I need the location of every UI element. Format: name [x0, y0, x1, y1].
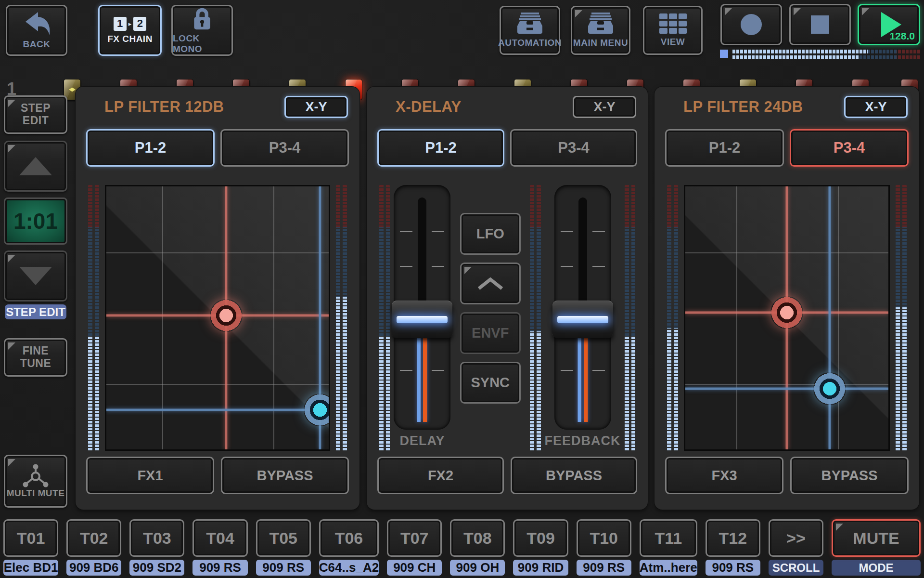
track-cell-10: T10 909 RS	[577, 519, 631, 576]
fx3-select-button[interactable]: FX3	[665, 457, 783, 494]
envf-button[interactable]: ENVF	[460, 312, 521, 354]
fx1-title: LP FILTER 12DB	[104, 98, 224, 116]
fx2-title: X-DELAY	[396, 98, 462, 116]
track-cell-9: T09 909 RID	[513, 519, 568, 576]
track-05-button[interactable]: T05	[256, 519, 311, 557]
down-arrow-icon	[19, 267, 52, 285]
fx-chain-icon: 1 ▸ 2	[114, 17, 147, 31]
feedback-slider-column: FEEDBACK	[545, 185, 621, 451]
fx2-p34-button[interactable]: P3-4	[510, 129, 637, 167]
fx2-xy-button[interactable]: X-Y	[573, 96, 636, 118]
feedback-slider-handle[interactable]	[552, 301, 613, 338]
track-12-button[interactable]: T12	[706, 519, 760, 557]
track-scroll-button[interactable]: >>	[769, 519, 823, 557]
lfo-shape-button[interactable]	[460, 263, 521, 304]
track-05-name: 909 RS	[256, 560, 311, 576]
fx3-p12-button[interactable]: P1-2	[665, 129, 784, 167]
fx2-meter-2	[530, 185, 540, 451]
pattern-up-button[interactable]	[4, 141, 67, 192]
track-08-button[interactable]: T08	[450, 519, 505, 557]
track-02-button[interactable]: T02	[66, 519, 121, 557]
back-arrow-icon	[22, 11, 51, 36]
delay-slider-column: DELAY	[394, 185, 450, 451]
transport-meter-row-2	[732, 55, 921, 60]
view-button[interactable]: VIEW	[643, 6, 703, 55]
mode-label: MODE	[832, 560, 921, 576]
track-cell-6: T06 C64..s_A2	[319, 519, 379, 576]
fx1-left-meter	[88, 185, 99, 451]
track-cell-5: T05 909 RS	[256, 519, 311, 576]
track-cell-7: T07 909 CH	[387, 519, 442, 576]
track-01-name: Elec BD1	[3, 560, 58, 576]
stop-button[interactable]	[789, 4, 851, 45]
delay-slider[interactable]	[394, 185, 450, 430]
bpm-value: 128.0	[889, 30, 915, 42]
track-09-button[interactable]: T09	[513, 519, 568, 557]
track-scroll-cell: >> SCROLL	[769, 519, 823, 576]
position-display: 1:01	[4, 197, 67, 245]
fx-chain-button[interactable]: 1 ▸ 2 FX CHAIN	[98, 5, 162, 56]
lock-mono-button[interactable]: LOCK MONO	[171, 5, 233, 56]
track-04-button[interactable]: T04	[192, 519, 247, 557]
track-10-button[interactable]: T10	[577, 519, 631, 557]
main-menu-drawer-icon	[587, 13, 615, 35]
record-icon	[741, 14, 762, 35]
fx1-xy-pad[interactable]	[105, 185, 330, 451]
fx3-cursor-red[interactable]	[770, 296, 803, 329]
fx2-bypass-button[interactable]: BYPASS	[511, 457, 637, 494]
fx1-p12-button[interactable]: P1-2	[86, 129, 215, 167]
main-menu-button[interactable]: MAIN MENU	[571, 6, 630, 55]
fx-panel-3: LP FILTER 24DB X-Y P1-2 P3-4 FX3 BYPASS	[654, 87, 919, 510]
fx3-title: LP FILTER 24DB	[683, 98, 803, 116]
fx1-xy-button[interactable]: X-Y	[284, 96, 348, 118]
track-11-button[interactable]: T11	[640, 519, 697, 557]
fx3-bypass-button[interactable]: BYPASS	[790, 457, 909, 494]
track-07-button[interactable]: T07	[387, 519, 442, 557]
back-button[interactable]: BACK	[6, 5, 67, 56]
sync-button[interactable]: SYNC	[460, 362, 521, 404]
automation-button[interactable]: AUTOMATION	[500, 6, 560, 55]
fine-tune-button[interactable]: FINE TUNE	[4, 338, 67, 377]
step-edit-mode-label: STEP EDIT	[21, 102, 51, 127]
feedback-label: FEEDBACK	[545, 434, 621, 451]
view-grid-icon	[659, 13, 687, 34]
track-06-button[interactable]: T06	[319, 519, 379, 557]
track-cell-8: T08 909 OH	[450, 519, 505, 576]
track-01-button[interactable]: T01	[3, 519, 58, 557]
delay-slider-handle[interactable]	[392, 301, 452, 338]
fx1-cursor-blue[interactable]	[304, 394, 330, 426]
fx3-cursor-blue[interactable]	[813, 372, 846, 405]
record-button[interactable]	[720, 4, 782, 45]
fx3-xy-button[interactable]: X-Y	[844, 96, 908, 118]
lock-icon	[190, 6, 215, 30]
play-button[interactable]: 128.0	[858, 4, 920, 45]
fx1-select-button[interactable]: FX1	[86, 457, 214, 494]
lfo-button[interactable]: LFO	[460, 213, 521, 255]
track-cell-12: T12 909 RS	[706, 519, 760, 576]
scroll-label: SCROLL	[769, 560, 823, 576]
fx1-right-meter	[336, 185, 347, 451]
fx1-bypass-button[interactable]: BYPASS	[221, 457, 349, 494]
step-edit-mode-button[interactable]: STEP EDIT	[4, 95, 67, 134]
track-cell-3: T03 909 SD2	[129, 519, 184, 576]
feedback-slider[interactable]	[554, 185, 611, 430]
fx3-xy-pad[interactable]	[684, 185, 890, 451]
multi-mute-label: MULTI MUTE	[7, 488, 65, 498]
fx1-cursor-red[interactable]	[210, 299, 243, 332]
fx3-p34-button[interactable]: P3-4	[790, 129, 909, 167]
track-bar: T01 Elec BD1 T02 909 BD6 T03 909 SD2 T04…	[0, 519, 924, 576]
step-edit-pill: STEP EDIT	[5, 304, 66, 319]
transport-meter	[720, 49, 921, 60]
track-cell-1: T01 Elec BD1	[3, 519, 58, 576]
fx2-meter-3	[625, 185, 635, 451]
lock-mono-label: LOCK MONO	[173, 33, 231, 54]
fx2-p12-button[interactable]: P1-2	[377, 129, 504, 167]
fx2-select-button[interactable]: FX2	[377, 457, 504, 494]
fx1-p34-button[interactable]: P3-4	[220, 129, 349, 167]
multi-mute-button[interactable]: MULTI MUTE	[4, 455, 67, 508]
mute-button[interactable]: MUTE	[832, 519, 921, 557]
track-03-button[interactable]: T03	[129, 519, 184, 557]
fx2-meter-1	[379, 185, 390, 451]
pattern-down-button[interactable]	[4, 250, 67, 302]
track-08-name: 909 OH	[450, 560, 505, 576]
